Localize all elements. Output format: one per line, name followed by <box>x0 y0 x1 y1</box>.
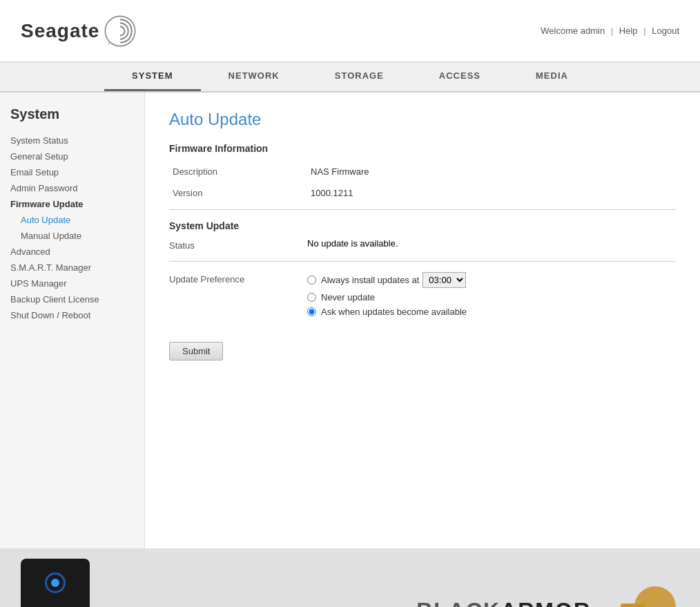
sidebar-item-auto-update[interactable]: Auto Update <box>21 212 134 228</box>
nav-item-access[interactable]: ACCESS <box>411 62 508 91</box>
sidebar-item-smart-manager[interactable]: S.M.A.R.T. Manager <box>10 260 134 276</box>
logo: Seagate ® <box>21 14 137 48</box>
update-pref-label: Update Preference <box>169 272 307 285</box>
armor-text: ARMOR <box>500 598 591 608</box>
logout-link[interactable]: Logout <box>652 26 679 36</box>
never-update-radio[interactable] <box>307 293 316 302</box>
ask-when-label: Ask when updates become available <box>321 307 467 317</box>
sidebar-item-system-status[interactable]: System Status <box>10 133 134 148</box>
always-install-radio[interactable] <box>307 276 316 285</box>
update-pref-row: Update Preference Always install updates… <box>169 272 676 321</box>
header-links: Welcome admin | Help | Logout <box>541 26 679 36</box>
top-nav: SYSTEM NETWORK STORAGE ACCESS MEDIA <box>0 62 700 93</box>
sidebar-item-email-setup[interactable]: Email Setup <box>10 164 134 180</box>
status-label: Status <box>169 238 307 251</box>
table-row: Description NAS Firmware <box>169 161 676 182</box>
submit-button[interactable]: Submit <box>169 342 223 360</box>
ask-when-option: Ask when updates become available <box>307 307 676 317</box>
nav-item-system[interactable]: SYSTEM <box>104 62 200 91</box>
sidebar-item-ups-manager[interactable]: UPS Manager <box>10 276 134 291</box>
pctuning-svg: pc tuning <box>617 579 679 607</box>
black-text: BLACK <box>416 598 500 608</box>
separator1: | <box>611 26 616 36</box>
sidebar-section-firmware-update: Firmware Update <box>10 196 134 212</box>
status-value: No update is available. <box>307 238 676 249</box>
nas-device-container <box>21 559 90 607</box>
sidebar-item-backup-client[interactable]: Backup Client License <box>10 291 134 307</box>
sidebar-item-shutdown-reboot[interactable]: Shut Down / Reboot <box>10 307 134 323</box>
time-select[interactable]: 03:00 <box>422 272 466 288</box>
header: Seagate ® Welcome admin | Help | Logout <box>0 0 700 62</box>
status-row: Status No update is available. <box>169 238 676 251</box>
description-label: Description <box>169 161 307 182</box>
help-link[interactable]: Help <box>619 26 638 36</box>
nas-eye-icon <box>45 572 66 593</box>
never-update-label: Never update <box>321 292 375 302</box>
footer-logos: BLACKARMOR™ pc tuning <box>416 579 679 607</box>
ask-when-radio[interactable] <box>307 307 316 316</box>
update-pref-options: Always install updates at 03:00 Never up… <box>307 272 676 321</box>
content-area: Auto Update Firmware Information Descrip… <box>145 93 700 548</box>
description-value: NAS Firmware <box>307 161 676 182</box>
system-update-title: System Update <box>169 220 676 231</box>
footer-area: BLACKARMOR™ pc tuning <box>0 548 700 607</box>
sidebar-title: System <box>10 106 134 122</box>
svg-text:®: ® <box>108 41 110 46</box>
nav-item-media[interactable]: MEDIA <box>508 62 596 91</box>
version-label: Version <box>169 182 307 204</box>
page-title: Auto Update <box>169 110 676 129</box>
nav-item-storage[interactable]: STORAGE <box>307 62 411 91</box>
always-install-label: Always install updates at <box>321 275 419 285</box>
sidebar: System System Status General Setup Email… <box>0 93 145 548</box>
sidebar-item-advanced[interactable]: Advanced <box>10 244 134 260</box>
never-update-option: Never update <box>307 292 676 302</box>
nas-device-image <box>21 559 90 607</box>
firmware-info-table: Description NAS Firmware Version 1000.12… <box>169 161 676 204</box>
sidebar-item-manual-update[interactable]: Manual Update <box>21 228 134 244</box>
nav-item-network[interactable]: NETWORK <box>201 62 307 91</box>
firmware-section-title: Firmware Information <box>169 143 676 154</box>
brand-name: Seagate <box>21 20 99 42</box>
main-layout: System System Status General Setup Email… <box>0 93 700 548</box>
divider1 <box>169 209 676 210</box>
separator2: | <box>643 26 648 36</box>
seagate-logo-icon: ® <box>103 14 137 48</box>
sidebar-item-admin-password[interactable]: Admin Password <box>10 180 134 196</box>
always-install-option: Always install updates at 03:00 <box>307 272 676 288</box>
table-row: Version 1000.1211 <box>169 182 676 204</box>
sidebar-item-general-setup[interactable]: General Setup <box>10 148 134 164</box>
pctuning-logo: pc tuning <box>617 579 679 607</box>
blackarmor-logo: BLACKARMOR™ <box>416 598 603 608</box>
version-value: 1000.1211 <box>307 182 676 204</box>
welcome-link[interactable]: Welcome admin <box>541 26 605 36</box>
svg-point-3 <box>634 586 676 607</box>
divider2 <box>169 261 676 262</box>
